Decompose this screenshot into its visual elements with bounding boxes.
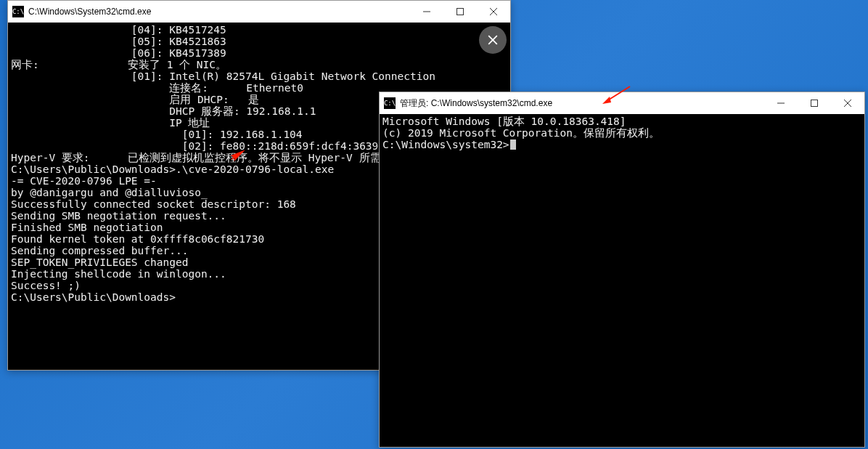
close-button[interactable]: [477, 1, 510, 23]
maximize-icon: [456, 8, 464, 15]
terminal-line: [05]: KB4521863: [11, 36, 507, 47]
titlebar-left: C:\ C:\Windows\System32\cmd.exe: [8, 1, 410, 23]
titlebar[interactable]: C:\ C:\Windows\System32\cmd.exe: [8, 1, 510, 23]
maximize-icon: [811, 100, 818, 107]
cmd-icon: C:\: [384, 97, 396, 109]
window-title: 管理员: C:\Windows\system32\cmd.exe: [400, 97, 552, 110]
titlebar-left: C:\ 管理员: C:\Windows\system32\cmd.exe: [380, 92, 764, 114]
terminal-line: 网卡: 安装了 1 个 NIC。: [11, 59, 507, 70]
close-icon: [488, 35, 498, 45]
cmd-icon: C:\: [12, 6, 24, 17]
cursor: [510, 139, 516, 150]
maximize-button[interactable]: [443, 1, 477, 23]
close-icon: [490, 8, 497, 15]
terminal-line: [04]: KB4517245: [11, 24, 507, 36]
minimize-icon: [423, 8, 430, 15]
close-button[interactable]: [831, 92, 864, 114]
terminal-line: [06]: KB4517389: [11, 47, 507, 59]
svg-rect-5: [811, 100, 818, 107]
terminal-line: (c) 2019 Microsoft Corporation。保留所有权利。: [382, 127, 861, 139]
titlebar[interactable]: C:\ 管理员: C:\Windows\system32\cmd.exe: [380, 92, 864, 114]
minimize-button[interactable]: [764, 92, 798, 114]
terminal-line: C:\Windows\system32>: [382, 139, 861, 150]
terminal-line: Microsoft Windows [版本 10.0.18363.418]: [382, 116, 861, 127]
terminal-line: [01]: Intel(R) 82574L Gigabit Network Co…: [11, 70, 507, 82]
maximize-button[interactable]: [798, 92, 831, 114]
svg-rect-1: [457, 9, 464, 15]
overlay-close-button[interactable]: [479, 26, 507, 54]
cmd-window-admin[interactable]: C:\ 管理员: C:\Windows\system32\cmd.exe Mic…: [379, 92, 865, 448]
terminal-output[interactable]: Microsoft Windows [版本 10.0.18363.418](c)…: [380, 114, 864, 447]
window-title: C:\Windows\System32\cmd.exe: [28, 7, 151, 17]
window-buttons: [410, 1, 510, 23]
window-buttons: [764, 92, 864, 114]
minimize-button[interactable]: [410, 1, 443, 23]
close-icon: [844, 100, 851, 107]
minimize-icon: [777, 100, 785, 107]
